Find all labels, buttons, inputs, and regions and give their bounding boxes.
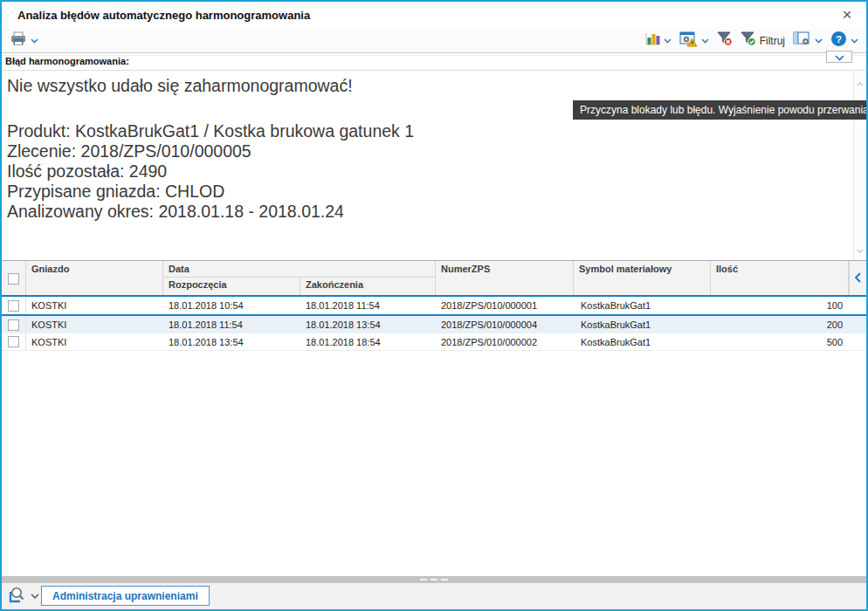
- chevron-down-icon[interactable]: [815, 38, 823, 44]
- magnifier-icon: [9, 587, 27, 607]
- chevron-down-icon[interactable]: [31, 594, 39, 600]
- row-checkbox-cell: [2, 297, 26, 314]
- table-row[interactable]: KOSTKI 18.01.2018 11:54 18.01.2018 13:54…: [2, 316, 866, 333]
- cell-symbol-materialowy: KostkaBrukGat1: [574, 333, 711, 350]
- preview-button[interactable]: [9, 586, 39, 607]
- error-line-okres: Analizowany okres: 2018.01.18 - 2018.01.…: [7, 202, 845, 222]
- cell-numerzps: 2018/ZPS/010/000002: [436, 333, 574, 350]
- column-header-data-group: Data Rozpoczęcia Zakończenia: [163, 261, 436, 296]
- help-icon: ?: [830, 31, 847, 51]
- cell-symbol-materialowy: KostkaBrukGat1: [574, 297, 711, 314]
- title-bar: Analiza błędów automatycznego harmonogra…: [2, 2, 866, 29]
- filter-apply-icon: [741, 31, 756, 50]
- svg-text:?: ?: [836, 34, 842, 45]
- select-all-checkbox[interactable]: [8, 273, 19, 285]
- clear-filter-icon: [717, 31, 733, 50]
- error-line-zlecenie: Zlecenie: 2018/ZPS/010/000005: [7, 141, 845, 161]
- tab-administracja-uprawnieniami[interactable]: Administracja uprawnieniami: [41, 586, 210, 606]
- cell-ilosc: 500: [711, 333, 849, 350]
- bottom-bar: Administracja uprawnieniami: [2, 583, 866, 609]
- dialog-window: Analiza błędów automatycznego harmonogra…: [0, 0, 868, 611]
- chevron-down-icon: [835, 49, 844, 65]
- analysis-settings-button[interactable]: [679, 31, 710, 51]
- cell-ilosc: 100: [711, 297, 849, 314]
- error-message-panel: Nie wszystko udało się zaharmonogramować…: [2, 70, 866, 260]
- column-header-ilosc[interactable]: Ilość: [711, 261, 849, 296]
- error-message-text: Nie wszystko udało się zaharmonogramować…: [7, 76, 845, 222]
- bar-chart-icon: [644, 32, 660, 50]
- row-checkbox-cell: [2, 316, 26, 333]
- chevron-left-icon: [855, 272, 861, 285]
- toolbar: Filtruj: [2, 29, 866, 52]
- print-button[interactable]: [9, 31, 39, 51]
- splitter-grip: [431, 579, 437, 580]
- cell-rozpoczecia: 18.01.2018 13:54: [163, 333, 300, 350]
- grid-header: Gniazdo Data Rozpoczęcia Zakończenia Num…: [2, 260, 866, 295]
- chevron-down-icon[interactable]: [664, 38, 672, 44]
- print-icon: [10, 31, 27, 50]
- grid-settings-icon: [793, 31, 811, 50]
- tooltip: Przyczyna blokady lub błędu. Wyjaśnienie…: [573, 100, 868, 120]
- cell-rozpoczecia: 18.01.2018 10:54: [163, 297, 300, 314]
- table-row[interactable]: KOSTKI 18.01.2018 10:54 18.01.2018 11:54…: [2, 295, 866, 316]
- error-line-produkt: Produkt: KostkaBrukGat1 / Kostka brukowa…: [7, 121, 845, 141]
- cell-symbol-materialowy: KostkaBrukGat1: [574, 316, 711, 333]
- error-line-gniazda: Przypisane gniazda: CHLOD: [7, 182, 845, 202]
- chevron-down-icon[interactable]: [851, 38, 858, 44]
- cell-numerzps: 2018/ZPS/010/000001: [436, 297, 574, 314]
- row-checkbox[interactable]: [8, 300, 19, 312]
- horizontal-splitter[interactable]: [2, 576, 866, 583]
- grid-settings-button[interactable]: [792, 31, 823, 51]
- column-header-numerzps[interactable]: NumerZPS: [436, 261, 574, 296]
- results-grid: Gniazdo Data Rozpoczęcia Zakończenia Num…: [2, 260, 866, 351]
- dialog-title: Analiza błędów automatycznego harmonogra…: [17, 2, 310, 29]
- help-button[interactable]: ?: [830, 31, 859, 51]
- chart-button[interactable]: [644, 31, 672, 51]
- splitter-grip: [441, 579, 448, 580]
- row-checkbox[interactable]: [8, 336, 19, 347]
- cell-zakonczenia: 18.01.2018 11:54: [300, 297, 436, 314]
- vertical-scrollbar[interactable]: [853, 71, 866, 260]
- cell-gniazdo: KOSTKI: [26, 297, 163, 314]
- row-checkbox[interactable]: [8, 319, 19, 331]
- scroll-up-icon[interactable]: [857, 74, 864, 90]
- cell-rozpoczecia: 18.01.2018 11:54: [163, 316, 300, 333]
- column-header-symbol-materialowy[interactable]: Symbol materiałowy: [574, 261, 711, 296]
- collapse-panel-button[interactable]: [849, 261, 866, 296]
- select-all-cell: [2, 261, 26, 296]
- column-header-data[interactable]: Data: [163, 261, 435, 278]
- cell-gniazdo: KOSTKI: [26, 316, 163, 333]
- ribbon-expand-button[interactable]: [826, 51, 852, 63]
- filter-button-label: Filtruj: [760, 35, 785, 47]
- column-header-zakonczenia[interactable]: Zakończenia: [300, 278, 435, 295]
- splitter-grip: [420, 579, 427, 580]
- table-row[interactable]: KOSTKI 18.01.2018 13:54 18.01.2018 18:54…: [2, 333, 866, 351]
- filter-button[interactable]: Filtruj: [740, 31, 786, 51]
- column-header-rozpoczecia[interactable]: Rozpoczęcia: [163, 278, 300, 295]
- error-headline: Nie wszystko udało się zaharmonogramować…: [7, 76, 845, 96]
- chevron-down-icon[interactable]: [31, 38, 38, 44]
- error-line-ilosc: Ilość pozostała: 2490: [7, 161, 845, 182]
- clear-filter-button[interactable]: [716, 31, 734, 51]
- scroll-down-icon[interactable]: [857, 241, 864, 257]
- chevron-down-icon[interactable]: [701, 38, 709, 44]
- column-header-gniazdo[interactable]: Gniazdo: [26, 261, 163, 296]
- toolbar-separator: [2, 52, 866, 56]
- close-icon[interactable]: ×: [837, 4, 858, 25]
- cell-ilosc: 200: [711, 316, 849, 333]
- cell-zakonczenia: 18.01.2018 13:54: [300, 316, 436, 333]
- analysis-warning-icon: [679, 31, 698, 51]
- row-checkbox-cell: [2, 333, 26, 350]
- cell-numerzps: 2018/ZPS/010/000004: [436, 316, 574, 333]
- cell-zakonczenia: 18.01.2018 18:54: [300, 333, 436, 350]
- error-panel-label: Błąd harmonogramowania:: [5, 56, 129, 66]
- cell-gniazdo: KOSTKI: [26, 333, 163, 350]
